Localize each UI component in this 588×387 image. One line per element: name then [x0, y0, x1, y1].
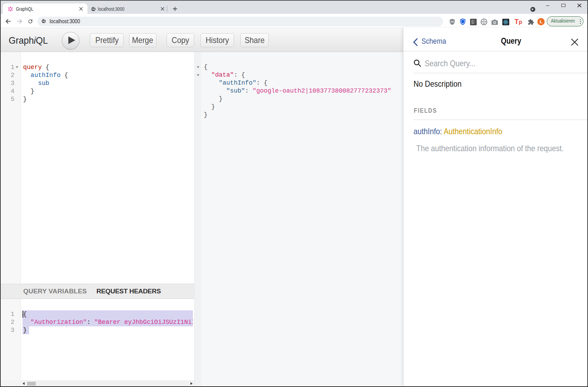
- svg-text:UO: UO: [451, 20, 454, 23]
